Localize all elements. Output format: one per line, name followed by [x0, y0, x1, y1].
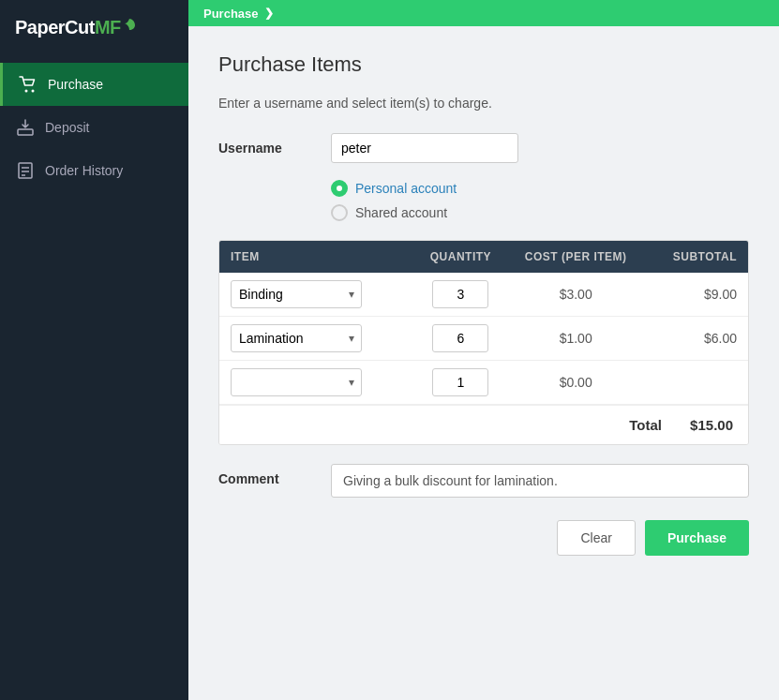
col-quantity: QUANTITY: [414, 250, 506, 263]
order-history-icon: [15, 160, 36, 181]
item-select-wrap-1: Binding Lamination: [231, 280, 362, 308]
item-cell-1: Binding Lamination: [231, 280, 414, 308]
personal-account-radio[interactable]: [331, 180, 348, 197]
personal-account-option[interactable]: Personal account: [331, 180, 749, 197]
breadcrumb-purchase: Purchase: [203, 7, 259, 21]
table-row: Binding Lamination $3.00 $9.00: [219, 273, 748, 317]
sidebar-item-order-history[interactable]: Order History: [0, 149, 188, 192]
total-value: $15.00: [677, 417, 733, 433]
purchase-button[interactable]: Purchase: [645, 520, 749, 556]
svg-point-0: [25, 90, 28, 93]
item-select-wrap-3: Binding Lamination: [231, 368, 362, 396]
item-select-wrap-2: Binding Lamination: [231, 324, 362, 352]
qty-cell-3: [414, 368, 506, 396]
qty-input-2[interactable]: [432, 324, 488, 352]
total-label: Total: [629, 417, 662, 433]
sidebar-nav: Purchase Deposit Order History: [0, 63, 188, 192]
main-content: Purchase ❯ Purchase Items Enter a userna…: [188, 0, 779, 700]
personal-account-label: Personal account: [355, 181, 457, 196]
table-row: Binding Lamination $0.00: [219, 361, 748, 405]
comment-input[interactable]: [331, 464, 749, 498]
sidebar-item-order-history-label: Order History: [45, 163, 123, 178]
sidebar-item-deposit[interactable]: Deposit: [0, 106, 188, 149]
item-select-2[interactable]: Binding Lamination: [231, 324, 362, 352]
subtotal-cell-1: $9.00: [645, 287, 737, 302]
qty-input-3[interactable]: [432, 368, 488, 396]
table-header: ITEM QUANTITY COST (PER ITEM) SUBTOTAL: [219, 241, 748, 273]
subtotal-cell-2: $6.00: [645, 331, 737, 346]
table-row: Binding Lamination $1.00 $6.00: [219, 317, 748, 361]
comment-label: Comment: [218, 464, 331, 486]
col-subtotal: SUBTOTAL: [645, 250, 737, 263]
page-title: Purchase Items: [218, 52, 749, 77]
qty-cell-1: [414, 280, 506, 308]
sidebar: PaperCutMF Purchase Deposit: [0, 0, 188, 700]
sidebar-item-deposit-label: Deposit: [45, 120, 89, 135]
qty-cell-2: [414, 324, 506, 352]
item-select-1[interactable]: Binding Lamination: [231, 280, 362, 308]
svg-rect-2: [18, 129, 33, 135]
shared-account-option[interactable]: Shared account: [331, 204, 749, 221]
deposit-icon: [15, 117, 36, 138]
cost-cell-1: $3.00: [507, 287, 645, 302]
logo-leaf-icon: [123, 18, 136, 31]
logo-text: PaperCutMF: [15, 17, 121, 38]
instruction-text: Enter a username and select item(s) to c…: [218, 96, 749, 111]
cost-cell-3: $0.00: [507, 375, 645, 390]
items-table: ITEM QUANTITY COST (PER ITEM) SUBTOTAL B…: [218, 240, 749, 445]
topbar: Purchase ❯: [188, 0, 779, 26]
logo-suffix: MF: [95, 17, 121, 37]
action-buttons: Clear Purchase: [218, 520, 749, 556]
item-cell-2: Binding Lamination: [231, 324, 414, 352]
svg-point-1: [32, 90, 35, 93]
breadcrumb: Purchase ❯: [203, 7, 274, 21]
shared-account-radio[interactable]: [331, 204, 348, 221]
item-select-3[interactable]: Binding Lamination: [231, 368, 362, 396]
sidebar-item-purchase[interactable]: Purchase: [0, 63, 188, 106]
sidebar-item-purchase-label: Purchase: [48, 77, 103, 92]
username-row: Username: [218, 133, 749, 163]
total-row: Total $15.00: [219, 405, 748, 444]
col-cost: COST (PER ITEM): [507, 250, 645, 263]
content-area: Purchase Items Enter a username and sele…: [188, 26, 779, 700]
clear-button[interactable]: Clear: [557, 520, 635, 556]
qty-input-1[interactable]: [432, 280, 488, 308]
cost-cell-2: $1.00: [507, 331, 645, 346]
account-type-group: Personal account Shared account: [331, 180, 749, 221]
comment-row: Comment: [218, 464, 749, 498]
item-cell-3: Binding Lamination: [231, 368, 414, 396]
logo: PaperCutMF: [0, 0, 188, 55]
shared-account-label: Shared account: [355, 205, 447, 220]
username-label: Username: [218, 141, 331, 156]
breadcrumb-arrow: ❯: [264, 7, 274, 20]
username-input[interactable]: [331, 133, 518, 163]
cart-icon: [18, 74, 38, 95]
col-item: ITEM: [231, 250, 414, 263]
